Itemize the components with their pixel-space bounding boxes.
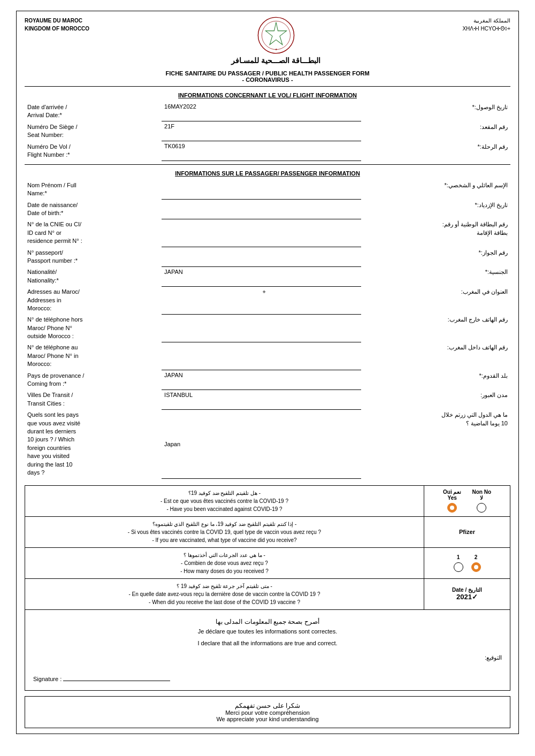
center-header: ★ البطـــاقة الصـــحية للمسـافر [89,17,462,65]
table-row: N° passeport/Passport number :* رقم الجو… [25,247,510,267]
address-label-ar: العنوان في المغرب: [373,286,510,314]
vaccine-q3-english: - How many doses do you received ? [30,567,418,575]
date-label-ar: التاريخ / Date [452,587,482,593]
vaccine-q3-french: - Combien de dose vous avez reçu ? [30,559,418,567]
table-row: Pays de provenance /Coming from :* JAPAN… [25,370,510,390]
vaccine-q2-french: - Si vous êtes vaccinés contre la COVID … [30,528,418,536]
dob-value [162,200,361,219]
kingdom-fr-line1: ROYAUME DU MAROC [25,17,89,25]
vaccine-row-q4: - متى تلقيتم آخر جرعة تلقيح ضد كوفيد 19 … [25,579,510,609]
passport-value [162,247,361,267]
vaccine-row-q2: - إذا كنتم تلقيتم التلقيح ضد كوفيد 19، م… [25,517,510,548]
table-row: Date d'arrivée /Arrival Date:* 16MAY2022… [25,102,510,121]
vaccine-q2-question: - إذا كنتم تلقيتم التلقيح ضد كوفيد 19، م… [25,517,424,547]
transit-label-ar: مدن العبور: [373,390,510,409]
non-option[interactable]: Non Noلا [472,489,491,513]
vaccine-q1-french: - Est ce que vous êtes vaccinés contre l… [30,497,418,505]
address-label-fr: Adresses au Maroc/Addresses inMorocco: [25,286,162,314]
vaccine-q4-arabic: - متى تلقيتم آخر جرعة تلقيح ضد كوفيد 19 … [30,582,418,590]
nationality-value: JAPAN [162,266,361,286]
seat-label-fr: Numéro De Siège /Seat Number: [25,121,162,141]
kingdom-ar-line1: المملكة المغربية [462,17,510,25]
section2-header: INFORMATIONS SUR LE PASSAGER/ PASSENGER … [25,170,510,177]
dose-options: 1 2 [454,554,481,572]
table-row: N° de téléphone auMaroc/ Phone N° inMoro… [25,342,510,370]
signature-label: Signature : [33,676,62,682]
nationality-label-fr: Nationalité/Nationality:* [25,266,162,286]
dose2-option[interactable]: 2 [471,554,481,572]
form-arabic-title: البطـــاقة الصـــحية للمسـافر [231,56,320,65]
declaration-section: أصرح بصحة جميع المعلومات المدلى بها Je d… [25,610,510,691]
coming-from-value: JAPAN [162,370,361,390]
passenger-info-table: Nom Prénom / FullName:* الإسم العائلي و … [25,180,510,479]
vaccine-q3-arabic: - ما هي عدد الجرعات التي أخذتموها ؟ [30,551,418,559]
table-row: Numéro De Siège /Seat Number: 21F رقم ال… [25,121,510,141]
vaccine-row-q3: - ما هي عدد الجرعات التي أخذتموها ؟ - Co… [25,548,510,579]
vaccine-q1-arabic: - هل تلقيتم التلقيح ضد كوفيد 19؟ [30,489,418,497]
form-title-line2: - CORONAVIRUS - [25,77,510,83]
signature-label-ar: التوقيع: [485,654,502,682]
kingdom-ar-line2: +◊ΧΗΛ✛I ΗCYO✛Θ [462,25,510,33]
yes-no-options: Oui نعمYes Non Noلا [443,489,491,513]
vaccine-q2-arabic: - إذا كنتم تلقيتم التلقيح ضد كوفيد 19، م… [30,520,418,528]
table-row: Quels sont les paysque vous avez visitéd… [25,409,510,478]
dose1-radio[interactable] [454,562,463,572]
vaccine-q2-answer: Pfizer [424,517,510,547]
dose1-option[interactable]: 1 [454,554,463,572]
arrival-date-label-fr: Date d'arrivée /Arrival Date:* [25,102,162,121]
countries-visited-label-ar: ما هي الدول التي زرتم خلال10 يوما الماضي… [373,409,510,478]
arrival-date-value: 16MAY2022 [162,102,361,121]
oui-option[interactable]: Oui نعمYes [443,489,461,513]
vaccine-q1-answer: Oui نعمYes Non Noلا [424,486,510,516]
page-header: ROYAUME DU MAROC KINGDOM OF MOROCCO ★ ال… [25,17,510,65]
phone-out-value [162,314,361,342]
oui-radio[interactable] [447,503,457,513]
address-value: + [162,286,361,314]
coming-from-label-ar: بلد القدوم:* [373,370,510,390]
fullname-value [162,180,361,200]
idcard-label-ar: رقم البطاقة الوطنية أو رقم:بطاقة الإقامة [373,219,510,247]
vaccine-row-q1: - هل تلقيتم التلقيح ضد كوفيد 19؟ - Est c… [25,486,510,517]
countries-visited-label-fr: Quels sont les paysque vous avez visitéd… [25,409,162,478]
kingdom-en-line2: KINGDOM OF MOROCCO [25,25,89,33]
vaccine-q4-english: - When did you receive the last dose of … [30,598,418,606]
vaccine-type-value: Pfizer [459,529,475,535]
table-row: Adresses au Maroc/Addresses inMorocco: +… [25,286,510,314]
form-title: FICHE SANITAIRE DU PASSAGER / PUBLIC HEA… [25,70,510,83]
non-radio[interactable] [477,503,486,513]
svg-marker-2 [265,22,286,45]
declaration-arabic: أصرح بصحة جميع المعلومات المدلى بها [33,618,502,625]
signature-line [63,654,170,681]
phone-out-label-fr: N° de téléphone horsMaroc/ Phone N°outsi… [25,314,162,342]
right-header: المملكة المغربية +◊ΧΗΛ✛I ΗCYO✛Θ [462,17,510,33]
fullname-label-ar: الإسم العائلي و الشخصي:* [373,180,510,200]
vaccine-q2-english: - If you are vaccinated, what type of va… [30,536,418,544]
transit-value: ISTANBUL [162,390,361,409]
footer-section: شكرا على حسن تفهمكم Merci pour votre com… [25,696,510,728]
declaration-french: Je déclare que toutes les informations s… [33,628,502,635]
footer-english: We appreciate your kind understanding [30,716,505,722]
idcard-label-fr: N° de la CNIE ou CI/ID card N° orresiden… [25,219,162,247]
dose2-radio[interactable] [471,562,481,572]
vaccine-q1-question: - هل تلقيتم التلقيح ضد كوفيد 19؟ - Est c… [25,486,424,516]
svg-point-1 [262,21,290,49]
table-row: Numéro De Vol /Flight Number :* TK0619 ر… [25,141,510,161]
signature-row: Signature : التوقيع: [33,654,502,682]
flight-value: TK0619 [162,141,361,161]
flight-label-fr: Numéro De Vol /Flight Number :* [25,141,162,161]
section1-header: INFORMATIONS CONCERNANT LE VOL/ FLIGHT I… [25,92,510,98]
phone-in-value [162,342,361,370]
vaccine-q4-french: - En quelle date avez-vous reçu la derni… [30,590,418,598]
arrival-date-label-ar: تاريخ الوصول:* [373,102,510,121]
vaccine-q4-answer: التاريخ / Date 2021✓ [424,579,510,609]
nationality-label-ar: الجنسية:* [373,266,510,286]
left-header: ROYAUME DU MAROC KINGDOM OF MOROCCO [25,17,89,33]
footer-arabic: شكرا على حسن تفهمكم [30,702,505,709]
phone-in-label-ar: رقم الهاتف داخل المغرب: [373,342,510,370]
form-title-line1: FICHE SANITAIRE DU PASSAGER / PUBLIC HEA… [25,70,510,77]
seat-label-ar: رقم المقعد: [373,121,510,141]
passport-label-ar: رقم الجواز:* [373,247,510,267]
countries-visited-value: Japan [162,409,361,478]
table-row: Nom Prénom / FullName:* الإسم العائلي و … [25,180,510,200]
dob-label-fr: Date de naissance/Date of birth:* [25,200,162,219]
